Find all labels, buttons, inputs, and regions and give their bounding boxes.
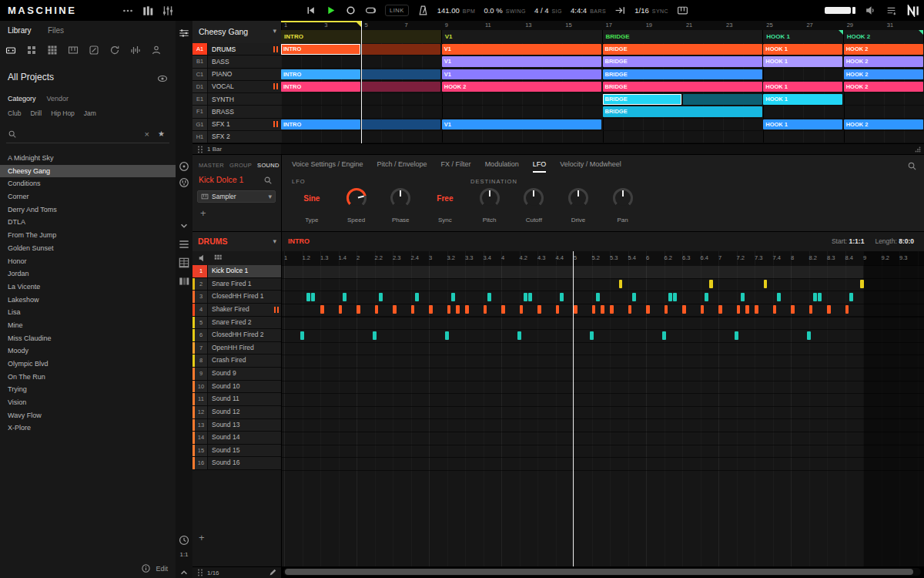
note[interactable] [773,305,777,314]
pattern-grid-label[interactable]: 1/16 [207,570,219,576]
note[interactable] [379,293,383,301]
loops-filter-icon[interactable] [109,45,120,55]
knob[interactable] [390,188,410,208]
clock-icon[interactable] [178,534,190,546]
scope-tab-master[interactable]: MASTER [199,162,224,169]
note[interactable] [777,293,781,301]
filter-tab-vendor[interactable]: Vendor [47,95,69,102]
list-item[interactable]: La Vicente [0,281,176,294]
clip[interactable]: INTRO [281,82,360,92]
note[interactable] [590,331,594,340]
tag-item[interactable]: Club [8,109,21,117]
note[interactable] [741,293,745,301]
plugin-tab[interactable]: LFO [533,160,547,173]
main-menu-icon[interactable] [122,5,134,17]
signature-field[interactable]: 4 / 4 SIG [534,6,562,15]
note[interactable] [524,293,527,301]
list-item[interactable]: Miss Claudine [0,332,176,345]
clip[interactable]: V1 [442,119,601,130]
list-item[interactable]: Honor [0,255,176,268]
note[interactable] [375,305,379,314]
tab-library[interactable]: Library [8,26,32,35]
instruments-filter-icon[interactable] [68,45,79,55]
clip[interactable]: BRIDGE [603,69,762,80]
list-item[interactable]: DTLA [0,216,176,229]
pattern-ruler[interactable]: 11.21.31.422.22.32.433.23.33.444.24.34.4… [281,251,924,265]
sound-row[interactable]: 4Shaker Fired [192,304,281,317]
oneshots-filter-icon[interactable] [130,45,141,55]
param[interactable]: Speed [334,187,379,229]
loop-range-indicator[interactable] [281,21,361,22]
scope-tab-group[interactable]: GROUP [229,162,252,169]
scene-header[interactable]: HOOK 2 [844,30,924,43]
clip[interactable]: BRIDGE [603,56,762,67]
pencil-edit-icon[interactable] [268,568,277,577]
list-item[interactable]: Derry And Toms [0,203,176,217]
scene-header[interactable]: HOOK 1 [763,30,843,43]
note[interactable] [737,305,741,314]
note[interactable] [807,331,811,340]
pattern-start-value[interactable]: 1:1:1 [849,237,865,245]
sound-row[interactable]: 13Sound 13 [192,419,281,432]
note[interactable] [646,305,650,314]
quantize-field[interactable]: 1/16 SYNC [634,6,668,15]
list-item[interactable]: Vision [0,396,176,409]
knob[interactable] [524,188,544,208]
plugin-tab[interactable]: Pitch / Envelope [377,160,427,173]
group-row[interactable]: D1VOCAL [192,81,281,93]
note[interactable] [860,280,864,288]
note[interactable] [592,305,596,314]
list-item[interactable]: Corner [0,190,176,203]
sound-row[interactable]: 11Sound 11 [192,393,281,406]
note[interactable] [556,305,560,314]
list-item[interactable]: Lakeshow [0,294,176,307]
clip[interactable]: INTRO [281,119,360,130]
tag-item[interactable]: Hip Hop [51,109,75,117]
clip[interactable]: HOOK 2 [442,82,601,92]
channel-properties-icon[interactable] [178,160,190,173]
clip[interactable]: V1 [442,56,601,67]
note[interactable] [596,293,600,301]
note[interactable] [537,305,541,314]
groups-filter-icon[interactable] [26,45,37,55]
arranger-settings-icon[interactable] [178,27,190,39]
note[interactable] [610,305,614,314]
keyboard-mode-icon[interactable] [677,5,688,16]
note[interactable] [668,293,672,301]
panel-search-icon[interactable] [907,161,917,171]
list-item[interactable]: Golden Sunset [0,242,176,255]
panel-collapse-icon[interactable] [178,220,190,232]
bpm-value[interactable]: 141.00 [437,6,460,15]
pattern-name[interactable]: INTRO [288,237,310,245]
arranger-grid-setting[interactable]: 1 Bar [192,143,281,154]
note-grid[interactable] [281,265,924,566]
note[interactable] [501,305,505,314]
note[interactable] [445,331,449,340]
loop-icon[interactable] [365,5,377,16]
pattern-group-header[interactable]: DRUMS ▾ [192,231,281,253]
note[interactable] [320,305,324,314]
note[interactable] [357,305,360,314]
knob[interactable] [568,188,588,208]
arranger-ruler[interactable]: 135791113151719212325272931 [281,21,924,30]
note[interactable] [311,293,315,301]
note[interactable] [745,305,749,314]
plugin-tab[interactable]: FX / Filter [441,160,471,173]
param[interactable]: Pan [601,187,645,229]
list-item[interactable]: Moody [0,344,176,358]
note[interactable] [682,305,686,314]
clip[interactable] [683,94,762,105]
note[interactable] [845,305,849,314]
note[interactable] [809,305,813,314]
note[interactable] [813,293,817,301]
sound-row[interactable]: 2Snare Fired 1 [192,278,281,291]
step-view-icon[interactable] [178,275,190,287]
add-plugin-button[interactable]: + [200,207,206,219]
clip[interactable]: HOOK 2 [844,119,923,130]
note[interactable] [673,293,677,301]
note[interactable] [451,293,455,301]
note[interactable] [339,305,343,314]
note[interactable] [373,331,377,340]
list-item[interactable]: On The Run [0,371,176,384]
list-item[interactable]: Mine [0,319,176,332]
